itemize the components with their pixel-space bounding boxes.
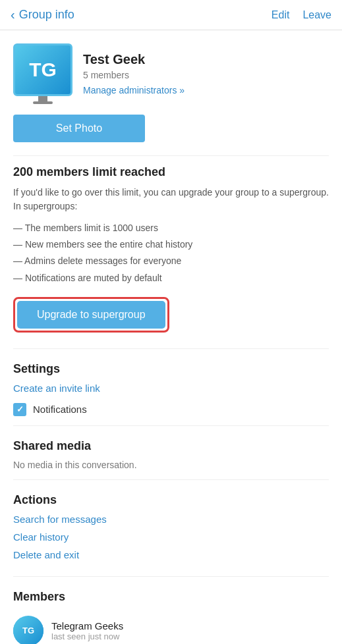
profile-info: Test Geek 5 members Manage administrator… (83, 52, 329, 95)
list-item: — New members see the entire chat histor… (13, 236, 329, 253)
notifications-row: ✓ Notifications (13, 403, 329, 416)
page-title: Group info (19, 8, 74, 22)
clear-history-link[interactable]: Clear history (13, 531, 329, 543)
limit-features-list: — The members limit is 1000 users — New … (13, 220, 329, 286)
divider-1 (13, 155, 329, 156)
header: ‹ Group info Edit Leave (0, 0, 342, 30)
member-avatar-frame: TG (13, 618, 43, 644)
leave-button[interactable]: Leave (302, 9, 331, 21)
avatar-frame: TG (13, 43, 72, 96)
create-invite-link[interactable]: Create an invite link (13, 383, 329, 394)
limit-description: If you'd like to go over this limit, you… (13, 186, 329, 213)
members-count: 5 members (83, 70, 329, 80)
limit-section: 200 members limit reached If you'd like … (0, 159, 342, 346)
profile-section: TG Test Geek 5 members Manage administra… (0, 30, 342, 115)
header-left: ‹ Group info (11, 7, 74, 22)
delete-exit-link[interactable]: Delete and exit (13, 549, 329, 560)
member-info: Telegram Geeks last seen just now (51, 620, 329, 641)
search-messages-link[interactable]: Search for messages (13, 514, 329, 525)
notifications-label: Notifications (33, 404, 87, 415)
divider-5 (13, 576, 329, 577)
header-actions: Edit Leave (271, 9, 331, 21)
member-avatar-letters: TG (22, 626, 34, 635)
actions-title: Actions (13, 493, 329, 507)
list-item: — Admins delete messages for everyone (13, 253, 329, 269)
member-status: last seen just now (51, 631, 329, 641)
table-row[interactable]: TG Telegram Geeks last seen just now (13, 610, 329, 644)
set-photo-button[interactable]: Set Photo (13, 115, 145, 142)
divider-4 (13, 479, 329, 480)
monitor-base (33, 101, 53, 104)
settings-section: Settings Create an invite link ✓ Notific… (0, 352, 342, 423)
profile-name: Test Geek (83, 52, 329, 67)
divider-2 (13, 348, 329, 349)
monitor-stand (38, 96, 47, 101)
avatar: TG (13, 616, 43, 644)
limit-title: 200 members limit reached (13, 165, 329, 179)
shared-media-section: Shared media No media in this conversati… (0, 429, 342, 477)
members-title: Members (13, 590, 329, 604)
upgrade-button[interactable]: Upgrade to supergroup (17, 301, 165, 329)
edit-button[interactable]: Edit (271, 9, 290, 21)
divider-3 (13, 425, 329, 426)
list-item: — The members limit is 1000 users (13, 220, 329, 236)
list-item: — Notifications are muted by default (13, 270, 329, 286)
settings-title: Settings (13, 362, 329, 376)
set-photo-section: Set Photo (0, 115, 342, 153)
checkmark-icon: ✓ (16, 404, 24, 414)
members-section: Members TG Telegram Geeks last seen just… (0, 579, 342, 644)
upgrade-button-wrapper: Upgrade to supergroup (13, 297, 169, 333)
manage-administrators-link[interactable]: Manage administrators » (83, 85, 185, 95)
shared-media-description: No media in this conversation. (13, 460, 329, 470)
back-icon[interactable]: ‹ (11, 7, 15, 22)
notifications-checkbox[interactable]: ✓ (13, 403, 26, 416)
actions-section: Actions Search for messages Clear histor… (0, 483, 342, 574)
avatar: TG (13, 43, 72, 104)
member-name: Telegram Geeks (51, 620, 329, 631)
shared-media-title: Shared media (13, 439, 329, 453)
avatar-letters: TG (29, 59, 57, 81)
